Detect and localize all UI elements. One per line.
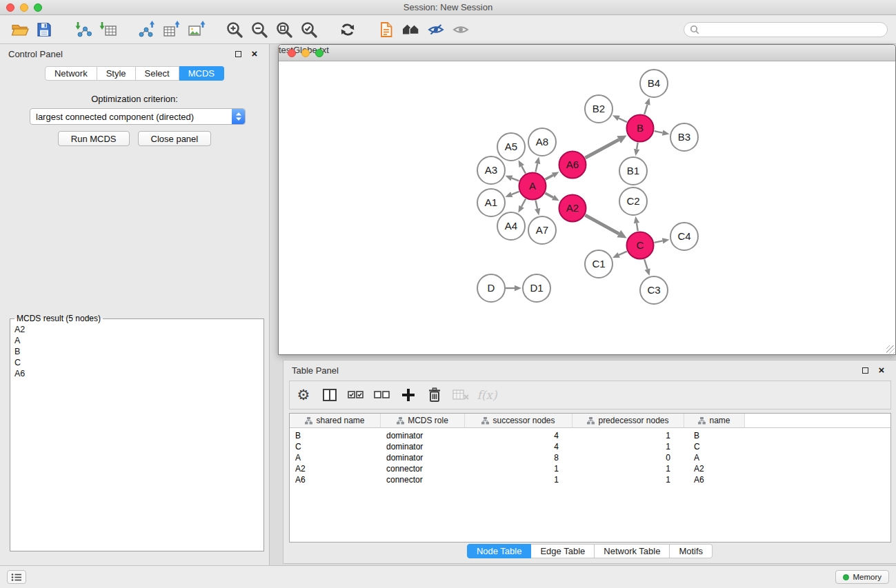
- graph-edge[interactable]: [512, 192, 519, 194]
- table-cell[interactable]: 1: [573, 431, 684, 440]
- table-cell[interactable]: 8: [465, 453, 573, 463]
- table-cell[interactable]: 4: [465, 442, 573, 452]
- search-input[interactable]: [703, 25, 882, 34]
- table-cell[interactable]: C: [684, 442, 745, 452]
- column-header-predecessor-nodes[interactable]: predecessor nodes: [573, 414, 684, 428]
- zoom-in-button[interactable]: [222, 17, 247, 42]
- close-window-button[interactable]: [6, 3, 14, 12]
- network-view-window[interactable]: testGlobe.txt B4B2BB3A5A8A6A3B1AC2A1A2A4…: [278, 44, 896, 355]
- graph-edge[interactable]: [535, 163, 537, 172]
- table-row[interactable]: A6connector11A6: [290, 474, 890, 485]
- search-box[interactable]: [684, 22, 888, 37]
- graph-node[interactable]: A: [519, 173, 546, 200]
- tab-node-table[interactable]: Node Table: [467, 544, 532, 558]
- tab-network[interactable]: Network: [45, 66, 97, 81]
- minimize-network-window-button[interactable]: [301, 49, 310, 57]
- table-cell[interactable]: dominator: [381, 431, 465, 440]
- tab-style[interactable]: Style: [97, 66, 136, 81]
- delete-column-button[interactable]: [425, 385, 444, 405]
- node-table[interactable]: shared name MCDS role successor nodes pr…: [289, 413, 891, 543]
- export-table-button[interactable]: [159, 17, 183, 42]
- export-image-button[interactable]: [183, 17, 208, 42]
- table-cell[interactable]: 1: [573, 475, 684, 485]
- mcds-result-item[interactable]: B: [14, 346, 263, 357]
- table-cell[interactable]: A6: [684, 475, 745, 485]
- table-cell[interactable]: A: [684, 453, 745, 463]
- zoom-network-window-button[interactable]: [315, 49, 323, 57]
- table-cell[interactable]: C: [290, 442, 381, 452]
- graph-edge[interactable]: [535, 201, 537, 209]
- zoom-out-button[interactable]: [247, 17, 272, 42]
- graph-node[interactable]: A5: [497, 133, 525, 161]
- tab-network-table[interactable]: Network Table: [595, 544, 670, 558]
- hide-graphics-details-button[interactable]: [424, 17, 448, 42]
- table-cell[interactable]: B: [290, 431, 381, 440]
- export-network-button[interactable]: [134, 17, 159, 42]
- table-cell[interactable]: dominator: [381, 453, 465, 463]
- float-table-panel-button[interactable]: [859, 364, 871, 376]
- graph-node[interactable]: A8: [528, 128, 556, 156]
- refresh-view-button[interactable]: [335, 17, 360, 42]
- graph-edge[interactable]: [545, 193, 553, 197]
- zoom-fit-button[interactable]: [272, 17, 297, 42]
- network-graph[interactable]: B4B2BB3A5A8A6A3B1AC2A1A2A4A7C4CC1DD1C3: [279, 61, 895, 354]
- table-cell[interactable]: A6: [290, 475, 381, 485]
- minimize-window-button[interactable]: [20, 3, 28, 12]
- graph-node[interactable]: B1: [619, 157, 647, 185]
- tab-motifs[interactable]: Motifs: [670, 544, 713, 558]
- memory-button[interactable]: Memory: [835, 570, 889, 584]
- zoom-window-button[interactable]: [34, 3, 42, 12]
- tab-edge-table[interactable]: Edge Table: [531, 544, 595, 558]
- run-mcds-button[interactable]: Run MCDS: [58, 131, 130, 146]
- table-cell[interactable]: dominator: [381, 442, 465, 452]
- graph-node[interactable]: B2: [585, 95, 613, 123]
- graph-node[interactable]: C: [627, 232, 654, 259]
- graph-edge[interactable]: [585, 215, 619, 234]
- column-header-shared-name[interactable]: shared name: [290, 414, 381, 428]
- table-cell[interactable]: B: [684, 431, 745, 440]
- table-cell[interactable]: 1: [465, 464, 573, 474]
- graph-node[interactable]: B3: [670, 123, 698, 151]
- show-columns-button[interactable]: [320, 385, 339, 405]
- network-canvas[interactable]: B4B2BB3A5A8A6A3B1AC2A1A2A4A7C4CC1DD1C3: [279, 61, 895, 354]
- delete-table-button[interactable]: [451, 385, 470, 405]
- table-cell[interactable]: 1: [573, 442, 684, 452]
- graph-node[interactable]: A6: [559, 152, 586, 179]
- graph-node[interactable]: A1: [477, 189, 505, 216]
- table-row[interactable]: Adominator80A: [290, 452, 890, 463]
- show-graphics-details-button[interactable]: [448, 17, 473, 42]
- open-session-button[interactable]: [7, 17, 32, 42]
- graph-node[interactable]: D: [477, 274, 505, 302]
- table-cell[interactable]: 1: [465, 475, 573, 485]
- network-snapshot-button[interactable]: [374, 17, 399, 42]
- graph-edge[interactable]: [637, 143, 638, 150]
- save-session-button[interactable]: [32, 17, 57, 42]
- graph-edge[interactable]: [619, 252, 627, 255]
- graph-node[interactable]: C4: [670, 223, 698, 250]
- function-builder-button[interactable]: f(x): [477, 385, 497, 405]
- column-header-successor-nodes[interactable]: successor nodes: [465, 414, 573, 428]
- column-header-name[interactable]: name: [684, 414, 745, 428]
- unselect-all-columns-button[interactable]: [372, 385, 392, 405]
- graph-node[interactable]: D1: [523, 274, 550, 302]
- close-table-panel-button[interactable]: ×: [875, 364, 888, 376]
- import-network-button[interactable]: [70, 17, 95, 42]
- graph-edge[interactable]: [619, 119, 627, 123]
- criterion-dropdown[interactable]: largest connected component (directed): [30, 108, 246, 125]
- graph-node[interactable]: A2: [559, 195, 586, 222]
- network-window-titlebar[interactable]: testGlobe.txt: [279, 45, 895, 61]
- table-cell[interactable]: A2: [290, 464, 381, 474]
- home-view-button[interactable]: [399, 17, 424, 42]
- graph-node[interactable]: C3: [640, 276, 668, 304]
- graph-node[interactable]: A3: [477, 156, 505, 184]
- graph-edge[interactable]: [521, 199, 526, 207]
- window-titlebar[interactable]: Session: New Session: [0, 0, 896, 15]
- graph-edge[interactable]: [546, 175, 553, 179]
- mcds-result-item[interactable]: A2: [14, 324, 263, 335]
- table-cell[interactable]: 1: [573, 464, 684, 474]
- table-cell[interactable]: 4: [465, 431, 573, 440]
- column-header-mcds-role[interactable]: MCDS role: [381, 414, 465, 428]
- show-panels-button[interactable]: [7, 570, 26, 584]
- graph-edge[interactable]: [637, 223, 638, 232]
- graph-edge[interactable]: [585, 140, 619, 158]
